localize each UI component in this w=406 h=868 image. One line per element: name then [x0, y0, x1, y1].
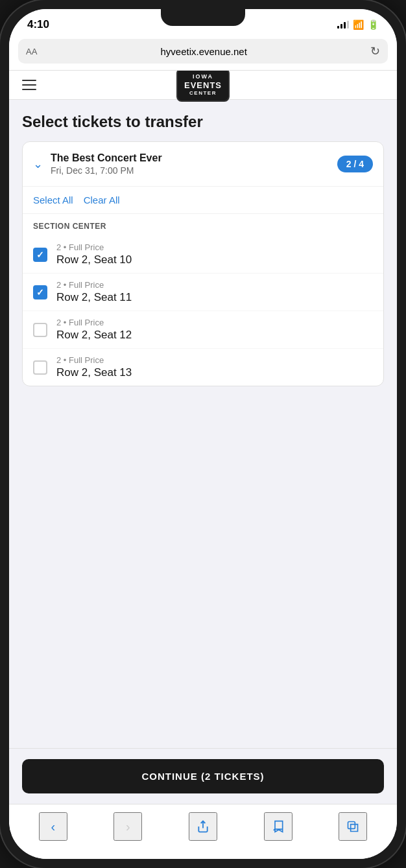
ticket-seat-1: Row 2, Seat 11 — [56, 291, 132, 304]
ticket-price-type-3: 2 • Full Price — [56, 355, 132, 365]
nav-header: IOWA EVENTS CENTER — [9, 71, 397, 100]
ticket-detail-1: 2 • Full Price Row 2, Seat 11 — [56, 280, 132, 304]
bookmarks-button[interactable] — [264, 812, 293, 841]
ticket-price-type-1: 2 • Full Price — [56, 280, 132, 290]
select-all-button[interactable]: Select All — [33, 194, 73, 205]
ticket-checkbox-1[interactable] — [33, 285, 47, 299]
ticket-seat-3: Row 2, Seat 13 — [56, 366, 132, 379]
phone-frame: 4:10 📶 🔋 AA hyveetix.evenue.net ↻ — [0, 0, 406, 868]
page-content: IOWA EVENTS CENTER Select tickets to tra… — [9, 71, 397, 804]
wifi-icon: 📶 — [353, 19, 364, 30]
ticket-checkbox-3[interactable] — [33, 360, 47, 375]
ticket-detail-2: 2 • Full Price Row 2, Seat 12 — [56, 318, 132, 342]
ticket-price-type-2: 2 • Full Price — [56, 318, 132, 327]
site-logo: IOWA EVENTS CENTER — [176, 71, 230, 102]
main-content: Select tickets to transfer ⌄ The Best Co… — [9, 100, 397, 748]
tabs-button[interactable] — [339, 812, 367, 841]
action-row: Select All Clear All — [23, 187, 383, 214]
address-bar: AA hyveetix.evenue.net ↻ — [18, 39, 388, 64]
aa-button[interactable]: AA — [26, 47, 37, 56]
svg-rect-1 — [348, 822, 355, 829]
reload-button[interactable]: ↻ — [370, 44, 380, 58]
forward-button[interactable]: › — [113, 812, 142, 841]
battery-icon: 🔋 — [368, 19, 379, 30]
ticket-price-type-0: 2 • Full Price — [56, 242, 132, 252]
hamburger-menu[interactable] — [22, 80, 36, 90]
ticket-item[interactable]: 2 • Full Price Row 2, Seat 10 — [23, 236, 383, 274]
ticket-count-badge: 2 / 4 — [337, 156, 373, 172]
status-icons: 📶 🔋 — [337, 19, 379, 30]
url-display[interactable]: hyveetix.evenue.net — [42, 46, 365, 57]
signal-icon — [337, 21, 349, 29]
page-title: Select tickets to transfer — [22, 113, 384, 131]
ticket-item[interactable]: 2 • Full Price Row 2, Seat 11 — [23, 274, 383, 311]
ticket-seat-0: Row 2, Seat 10 — [56, 253, 132, 266]
ticket-detail-0: 2 • Full Price Row 2, Seat 10 — [56, 242, 132, 266]
logo-events-text: EVENTS — [184, 80, 222, 91]
section-header: SECTION CENTER — [23, 214, 383, 236]
ticket-card: ⌄ The Best Concert Ever Fri, Dec 31, 7:0… — [22, 141, 384, 386]
clear-all-button[interactable]: Clear All — [84, 194, 120, 205]
event-date: Fri, Dec 31, 7:00 PM — [51, 165, 337, 176]
ticket-seat-2: Row 2, Seat 12 — [56, 329, 132, 342]
logo-iowa-text: IOWA — [184, 73, 222, 80]
ticket-item[interactable]: 2 • Full Price Row 2, Seat 13 — [23, 349, 383, 386]
continue-button[interactable]: CONTINUE (2 TICKETS) — [22, 759, 384, 793]
hamburger-line-2 — [22, 84, 36, 86]
logo-badge: IOWA EVENTS CENTER — [176, 71, 230, 102]
hamburger-line-1 — [22, 80, 36, 81]
browser-bottom-nav: ‹ › — [9, 804, 397, 859]
event-info: The Best Concert Ever Fri, Dec 31, 7:00 … — [51, 152, 337, 176]
ticket-checkbox-2[interactable] — [33, 323, 47, 337]
status-time: 4:10 — [27, 18, 49, 31]
event-header: ⌄ The Best Concert Ever Fri, Dec 31, 7:0… — [23, 142, 383, 187]
back-button[interactable]: ‹ — [39, 812, 67, 841]
notch — [161, 9, 245, 26]
collapse-chevron[interactable]: ⌄ — [33, 157, 43, 171]
browser-chrome: AA hyveetix.evenue.net ↻ — [9, 35, 397, 71]
ticket-item[interactable]: 2 • Full Price Row 2, Seat 12 — [23, 311, 383, 349]
ticket-detail-3: 2 • Full Price Row 2, Seat 13 — [56, 355, 132, 379]
ticket-checkbox-0[interactable] — [33, 248, 47, 262]
hamburger-line-3 — [22, 89, 36, 90]
phone-screen: 4:10 📶 🔋 AA hyveetix.evenue.net ↻ — [9, 9, 397, 859]
logo-center-text: CENTER — [184, 90, 222, 97]
share-button[interactable] — [189, 812, 217, 841]
continue-container: CONTINUE (2 TICKETS) — [9, 748, 397, 804]
event-name: The Best Concert Ever — [51, 152, 337, 164]
